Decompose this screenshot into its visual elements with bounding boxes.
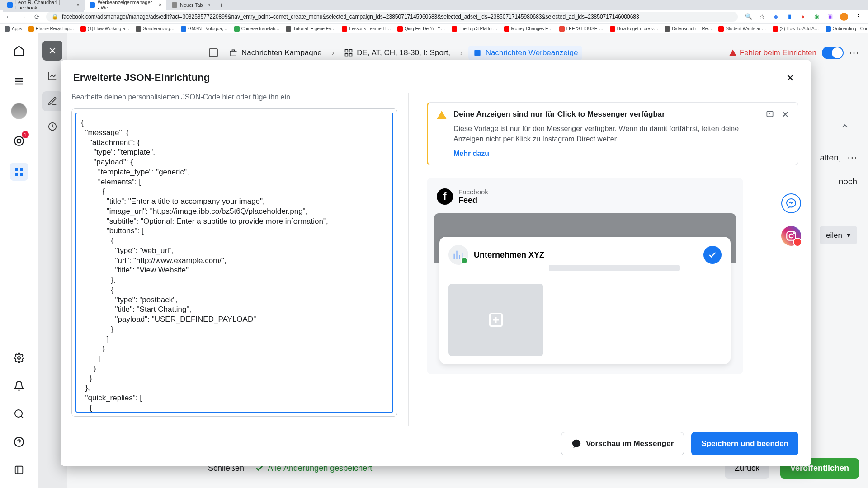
collapse-icon[interactable] — [840, 121, 850, 131]
back-button[interactable]: ← — [4, 12, 14, 21]
nav-audiences[interactable]: 1 — [10, 132, 28, 150]
bookmark-item[interactable]: Money Changes E… — [504, 26, 553, 32]
svg-rect-15 — [349, 54, 352, 56]
extension-icon[interactable]: ◆ — [772, 13, 779, 20]
close-panel-button[interactable] — [42, 41, 62, 61]
modal-title: Erweiterte JSON-Einrichtung — [73, 72, 210, 84]
breadcrumb-ad[interactable]: Nachrichten Werbeanzeige — [468, 46, 583, 60]
save-and-close-button[interactable]: Speichern und beenden — [691, 432, 798, 455]
modal-header: Erweiterte JSON-Einrichtung — [61, 60, 811, 93]
url-text: facebook.com/adsmanager/manage/ads/edit?… — [62, 14, 639, 20]
close-icon[interactable]: × — [76, 2, 80, 8]
facebook-icon — [7, 2, 13, 8]
bookmark-item[interactable]: How to get more v… — [610, 26, 658, 32]
bookmark-item[interactable]: Lessons Learned f… — [342, 26, 391, 32]
new-tab-button[interactable]: + — [216, 0, 227, 9]
warning-alert: Deine Anzeigen sind nur für Click to Mes… — [427, 102, 798, 165]
chart-icon[interactable] — [42, 66, 62, 86]
verified-badge — [703, 246, 722, 264]
browser-tab[interactable]: Neuer Tab × — [167, 0, 215, 9]
modal-footer: Vorschau im Messenger Speichern und been… — [61, 426, 811, 466]
nav-search[interactable] — [10, 405, 28, 423]
bookmark-item[interactable]: Qing Fei De Yi - Y… — [397, 26, 445, 32]
bookmark-item[interactable]: Sonderanzug… — [136, 26, 175, 32]
extension-icon[interactable]: ▮ — [786, 13, 793, 20]
bookmark-item[interactable]: Phone Recycling… — [28, 26, 74, 32]
reload-button[interactable]: ⟳ — [33, 12, 42, 21]
extension-icon[interactable]: ● — [799, 13, 807, 20]
bookmark-item[interactable]: Student Wants an… — [718, 26, 766, 32]
alert-text: Diese Vorlage ist nur für den Messenger … — [453, 123, 755, 144]
bookmark-item[interactable]: Onboarding - Cooki… — [826, 26, 868, 32]
editor-wrap — [71, 108, 397, 417]
edit-icon[interactable] — [42, 91, 62, 111]
bookmark-item[interactable]: Tutorial: Eigene Fa… — [286, 26, 335, 32]
alert-title: Deine Anzeigen sind nur für Click to Mes… — [453, 110, 755, 119]
toggle-switch[interactable] — [822, 47, 844, 59]
dismiss-alert-button[interactable] — [781, 110, 790, 119]
facebook-icon: f — [437, 188, 453, 205]
nav-ads-manager[interactable] — [10, 163, 28, 181]
json-editor[interactable] — [75, 113, 393, 413]
forward-button[interactable]: → — [18, 12, 28, 21]
nav-home[interactable] — [10, 42, 28, 60]
messenger-icon[interactable] — [781, 193, 801, 213]
panel-icon[interactable] — [208, 47, 219, 58]
alert-link[interactable]: Mehr dazu — [453, 150, 489, 157]
svg-point-0 — [14, 136, 24, 145]
browser-chrome: Leon R. Chaudhari | Facebook × Werbeanze… — [0, 0, 868, 34]
svg-rect-16 — [474, 50, 480, 56]
preview-pane: Deine Anzeigen sind nur für Click to Mes… — [409, 93, 811, 426]
nav-help[interactable] — [10, 433, 28, 451]
breadcrumb-adset[interactable]: DE, AT, CH, 18-30, I: Sport, — [340, 46, 455, 60]
menu-icon[interactable]: ⋮ — [854, 13, 862, 20]
browser-tab[interactable]: Werbeanzeigenmanager - We × — [85, 0, 166, 12]
url-field[interactable]: 🔒 facebook.com/adsmanager/manage/ads/edi… — [46, 12, 738, 22]
global-nav: 1 — [0, 33, 38, 488]
modal-close-button[interactable] — [782, 70, 798, 86]
tab-title: Werbeanzeigenmanager - We — [98, 0, 154, 10]
bookmark-item[interactable]: Datenschutz – Re… — [665, 26, 712, 32]
bookmark-item[interactable]: LEE 'S HOUSE-… — [559, 26, 604, 32]
avatar[interactable] — [11, 103, 27, 119]
breadcrumb-campaign[interactable]: Nachrichten Kampagne — [224, 46, 326, 60]
tab-strip: Leon R. Chaudhari | Facebook × Werbeanze… — [0, 0, 868, 10]
instagram-icon[interactable] — [781, 226, 801, 246]
svg-rect-13 — [349, 50, 352, 52]
browser-tab[interactable]: Leon R. Chaudhari | Facebook × — [3, 0, 84, 12]
bookmark-item[interactable]: (1) How Working a… — [80, 26, 130, 32]
bookmark-item[interactable]: GMSN - Vologda,… — [181, 26, 228, 32]
history-icon[interactable] — [42, 117, 62, 136]
close-icon[interactable]: × — [208, 2, 211, 8]
error-indicator[interactable]: Fehler beim Einrichten — [729, 48, 816, 57]
nav-notifications[interactable] — [10, 377, 28, 395]
more-menu[interactable]: ⋯ — [847, 145, 857, 170]
company-name: Unternehmen XYZ — [474, 250, 544, 260]
nav-collapse[interactable] — [10, 461, 28, 479]
star-icon[interactable]: ☆ — [759, 13, 766, 20]
report-icon[interactable] — [765, 110, 774, 119]
avatar-icon[interactable] — [840, 13, 848, 21]
tab-title: Neuer Tab — [180, 2, 203, 8]
preview-messenger-button[interactable]: Vorschau im Messenger — [561, 432, 684, 455]
bookmark-item[interactable]: (2) How To Add A… — [773, 26, 819, 32]
extension-icon[interactable]: ◉ — [813, 13, 820, 20]
extension-icon[interactable]: ▣ — [826, 13, 834, 20]
chevron-right-icon: › — [332, 48, 335, 57]
close-icon[interactable]: × — [159, 2, 162, 8]
nav-hamburger[interactable] — [10, 72, 28, 90]
zoom-icon[interactable]: 🔍 — [745, 13, 752, 20]
company-avatar — [448, 245, 468, 265]
bookmark-item[interactable]: The Top 3 Platfor… — [452, 26, 498, 32]
apps-button[interactable]: Apps — [5, 26, 22, 32]
split-button[interactable]: eilen ▾ — [820, 226, 857, 244]
nav-settings[interactable] — [10, 349, 28, 367]
json-setup-modal: Erweiterte JSON-Einrichtung Bearbeite de… — [61, 60, 811, 466]
text-placeholder — [549, 265, 680, 271]
editor-label: Bearbeite deinen personalisierten JSON-C… — [71, 93, 397, 101]
more-menu[interactable]: ⋯ — [849, 47, 859, 59]
placement-label: Feed — [458, 196, 488, 205]
bookmark-item[interactable]: Chinese translati… — [234, 26, 279, 32]
svg-rect-14 — [345, 54, 348, 56]
svg-rect-5 — [20, 173, 23, 176]
